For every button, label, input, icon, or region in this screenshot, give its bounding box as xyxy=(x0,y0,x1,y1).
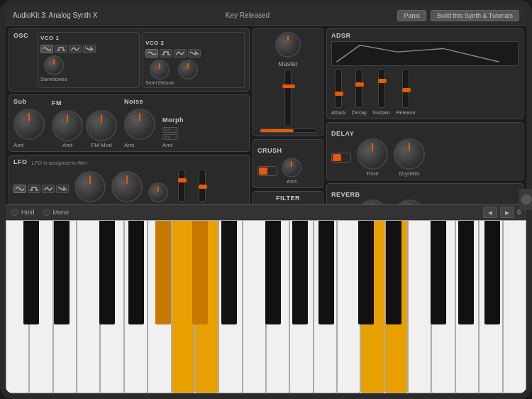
lfo-rate-knob[interactable] xyxy=(111,171,143,202)
fm-mod-label: FM Mod xyxy=(91,142,111,148)
sustain-label: Sustain xyxy=(372,109,390,116)
next-page-button[interactable]: ► xyxy=(500,207,514,218)
vco1-label: VCO 1 xyxy=(40,35,60,41)
lfo-note: LFO is assigned to filter xyxy=(32,160,88,166)
vco1-slider[interactable] xyxy=(178,170,185,202)
crush-amt-label: Amt xyxy=(287,178,297,185)
adsr-visual xyxy=(331,41,519,66)
reverb-drywet-knob[interactable] xyxy=(394,200,425,204)
black-key-cs3[interactable] xyxy=(358,221,374,324)
delay-section: DELAY Time Dry/Wet xyxy=(326,122,523,180)
black-key-gs2[interactable] xyxy=(292,221,308,324)
white-key-c4[interactable] xyxy=(503,221,526,394)
vco1-wave-triangle[interactable] xyxy=(69,45,82,53)
black-key-gs3[interactable] xyxy=(458,221,474,324)
fm-label: FM xyxy=(52,99,62,106)
attack-slider[interactable] xyxy=(335,69,342,108)
lfo-wave-square[interactable] xyxy=(28,185,40,193)
hold-label: Hold xyxy=(21,209,35,216)
left-panel: OSC VCO 1 xyxy=(9,28,250,202)
panic-button[interactable]: Panic xyxy=(397,10,426,21)
vco1-wave-sine[interactable] xyxy=(40,45,53,53)
vco2-label: VCO 2 xyxy=(145,40,165,46)
vco2-semi-group: Semi Detune xyxy=(145,60,174,85)
crush-amt-knob[interactable] xyxy=(282,158,301,177)
build-button[interactable]: Build this Synth & Tutorials xyxy=(431,10,519,21)
lfo-amp-knob[interactable] xyxy=(74,171,106,202)
vco1-wave-buttons xyxy=(40,45,137,53)
lfo-wave-sine[interactable] xyxy=(13,185,26,193)
vco2-wave-triangle[interactable] xyxy=(174,49,187,58)
master-fader[interactable] xyxy=(284,70,292,126)
mono-led[interactable] xyxy=(43,209,50,216)
delay-drywet-group: Dry/Wet xyxy=(394,138,425,177)
black-key-as3[interactable] xyxy=(484,221,500,324)
synth-area: OSC VCO 1 xyxy=(6,26,526,204)
vco2-slider-group: VCO 2 xyxy=(194,170,211,204)
vco2-detune-knob[interactable] xyxy=(178,60,198,80)
master-knob[interactable] xyxy=(275,32,301,58)
filter-section: FILTER Rez Freq ▲ xyxy=(253,191,323,204)
vco1-semitones-knob[interactable] xyxy=(44,55,64,75)
white-key-c2[interactable] xyxy=(172,221,195,394)
black-key-ds1[interactable] xyxy=(54,221,70,324)
black-key-as2[interactable] xyxy=(318,221,334,324)
lfo-wave-saw[interactable] xyxy=(56,185,69,193)
black-key-fs3[interactable] xyxy=(431,221,446,324)
master-section: Master xyxy=(253,28,323,136)
app-title: AudioKit 3: Analog Synth X xyxy=(13,11,98,19)
lfo-wave-triangle[interactable] xyxy=(42,185,55,193)
vco1-sub: VCO 1 xyxy=(38,32,140,88)
crush-toggle[interactable] xyxy=(257,166,277,176)
noise-knob[interactable] xyxy=(124,109,155,140)
vco1-wave-saw[interactable] xyxy=(83,45,96,53)
sub-knob[interactable] xyxy=(13,109,45,140)
top-bar-buttons: Panic Build this Synth & Tutorials xyxy=(397,10,519,21)
hold-item: Hold xyxy=(11,209,35,216)
vco1-wave-square[interactable] xyxy=(55,45,67,53)
release-slider-group: Release xyxy=(396,69,416,116)
piano-controls: Hold Mono ◄ ► 0 xyxy=(6,204,526,220)
delay-toggle[interactable] xyxy=(331,153,351,163)
fm-mod-knob[interactable] xyxy=(86,110,117,141)
vco1-semitones-label: Semitones xyxy=(40,76,67,82)
vco1-semitones-group: Semitones xyxy=(40,55,67,82)
home-button[interactable] xyxy=(519,189,532,210)
vco2-wave-sine[interactable] xyxy=(145,49,158,58)
morph-label: Morph xyxy=(162,116,184,124)
vco2-slider[interactable] xyxy=(199,170,206,202)
black-key-fs2[interactable] xyxy=(265,221,281,324)
black-key-gs1[interactable] xyxy=(128,221,144,324)
fm-amt-knob[interactable] xyxy=(52,110,83,141)
release-slider[interactable] xyxy=(402,69,409,108)
sustain-slider[interactable] xyxy=(378,69,385,108)
white-key-f2[interactable] xyxy=(243,221,266,394)
attack-label: Attack xyxy=(331,109,346,116)
delay-drywet-knob[interactable] xyxy=(394,138,425,170)
lfo-rate-group: Rate xyxy=(111,171,143,204)
vco2-wave-square[interactable] xyxy=(160,49,172,58)
reverb-size-knob[interactable] xyxy=(357,200,388,204)
lfo-amp-label: Amp xyxy=(84,203,96,204)
delay-time-knob[interactable] xyxy=(357,138,388,170)
white-key-f3[interactable] xyxy=(408,221,431,394)
white-key-f1[interactable] xyxy=(77,221,100,394)
hold-led[interactable] xyxy=(11,209,18,216)
black-key-cs2[interactable] xyxy=(192,221,208,324)
piano-keyboard xyxy=(6,220,526,394)
lfo-osc-mix-knob[interactable] xyxy=(148,182,168,202)
black-key-cs1[interactable] xyxy=(23,221,39,324)
mono-label: Mono xyxy=(53,209,70,216)
black-key-ds2[interactable] xyxy=(221,221,237,324)
black-key-ds3[interactable] xyxy=(386,221,401,324)
white-key-c3[interactable] xyxy=(337,221,360,394)
decay-slider-group: Decay xyxy=(352,69,367,116)
reverb-row: Size Dry/Wet xyxy=(331,200,519,204)
delay-time-label: Time xyxy=(366,170,378,177)
prev-page-button[interactable]: ◄ xyxy=(483,207,497,218)
vco2-wave-saw[interactable] xyxy=(188,49,201,58)
decay-slider[interactable] xyxy=(355,69,362,108)
black-key-fs1[interactable] xyxy=(99,221,115,324)
black-key-as1[interactable] xyxy=(155,221,171,324)
vco2-semi-knob[interactable] xyxy=(150,60,170,80)
